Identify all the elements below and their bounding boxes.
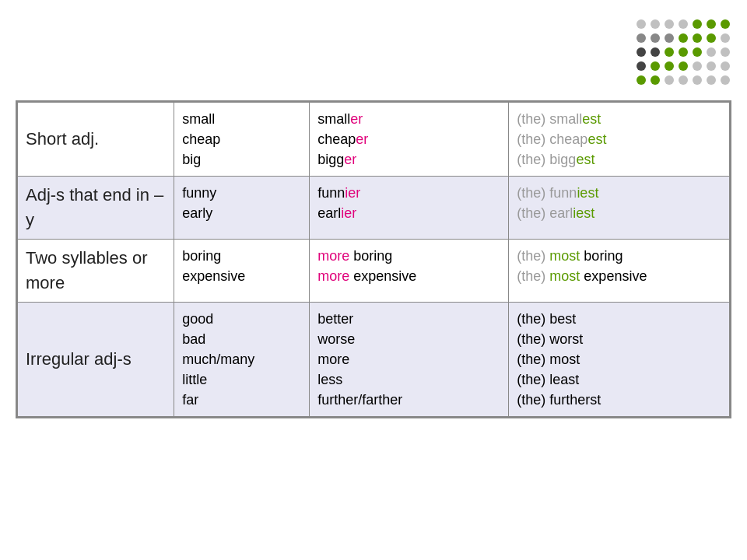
decoration-dot xyxy=(665,19,674,29)
decoration-dot xyxy=(707,47,716,57)
comparative-cell: smallercheaperbigger xyxy=(310,103,509,177)
decoration-dot xyxy=(707,61,716,71)
decoration-dot xyxy=(707,75,716,85)
table-row: Two syllables or more boringexpensive mo… xyxy=(18,240,730,303)
table-row: Irregular adj-s goodbadmuch/manylittlefa… xyxy=(18,302,730,416)
decoration-dot xyxy=(637,75,646,85)
comparative-cell: funnierearlier xyxy=(310,177,509,240)
category-cell: Adj-s that end in –y xyxy=(18,177,174,240)
decoration-dot xyxy=(693,61,702,71)
comparison-table-wrapper: Short adj. smallcheapbig smallercheaperb… xyxy=(16,100,731,418)
base-cell: funnyearly xyxy=(174,177,310,240)
category-cell: Two syllables or more xyxy=(18,240,174,303)
decoration-dot xyxy=(707,33,716,43)
header xyxy=(16,16,731,86)
superlative-cell: (the) smallest (the) cheapest (the) bigg… xyxy=(509,103,730,177)
decoration-dot xyxy=(651,47,660,57)
decoration-dot xyxy=(679,19,688,29)
page: Short adj. smallcheapbig smallercheaperb… xyxy=(0,0,747,560)
decoration-dot xyxy=(651,61,660,71)
decoration-dot xyxy=(665,61,674,71)
decoration-dot xyxy=(665,75,674,85)
base-cell: smallcheapbig xyxy=(174,103,310,177)
decoration-dot xyxy=(693,47,702,57)
base-cell: boringexpensive xyxy=(174,240,310,303)
table-row: Adj-s that end in –y funnyearly funniere… xyxy=(18,177,730,240)
category-cell: Irregular adj-s xyxy=(18,302,174,416)
table-row: Short adj. smallcheapbig smallercheaperb… xyxy=(18,103,730,177)
decoration-dot xyxy=(665,47,674,57)
comparative-cell: betterworsemorelessfurther/farther xyxy=(310,302,509,416)
decoration-dot xyxy=(721,33,730,43)
decoration-dot xyxy=(679,75,688,85)
decoration-dot xyxy=(679,47,688,57)
comparative-cell: more boringmore expensive xyxy=(310,240,509,303)
decoration-dot xyxy=(679,61,688,71)
decoration-dot xyxy=(693,33,702,43)
decoration-dot xyxy=(665,33,674,43)
base-cell: goodbadmuch/manylittlefar xyxy=(174,302,310,416)
decoration-dot xyxy=(637,61,646,71)
decoration-dot xyxy=(721,47,730,57)
decoration-dot xyxy=(721,61,730,71)
decoration-dot xyxy=(721,75,730,85)
decoration-dot xyxy=(637,33,646,43)
superlative-cell: (the) best(the) worst(the) most(the) lea… xyxy=(509,302,730,416)
decoration-dot xyxy=(651,75,660,85)
decoration-dot xyxy=(693,75,702,85)
decoration-dot xyxy=(679,33,688,43)
decoration-dot xyxy=(693,19,702,29)
decoration-dot xyxy=(651,19,660,29)
category-cell: Short adj. xyxy=(18,103,174,177)
dots-decoration xyxy=(637,19,731,86)
decoration-dot xyxy=(637,47,646,57)
comparison-table: Short adj. smallcheapbig smallercheaperb… xyxy=(17,102,730,417)
superlative-cell: (the) most boring (the) most expensive xyxy=(509,240,730,303)
decoration-dot xyxy=(721,19,730,29)
decoration-dot xyxy=(651,33,660,43)
decoration-dot xyxy=(637,19,646,29)
superlative-cell: (the) funniest (the) earliest xyxy=(509,177,730,240)
decoration-dot xyxy=(707,19,716,29)
